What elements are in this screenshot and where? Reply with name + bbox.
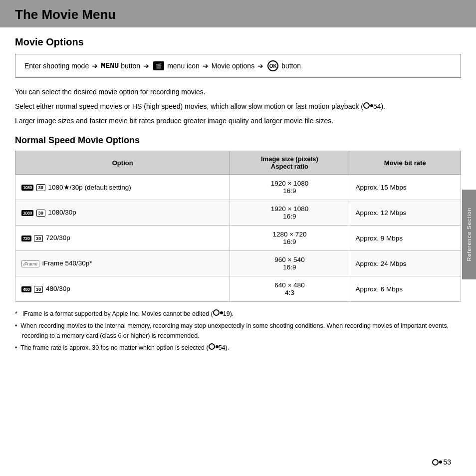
normal-speed-section: Normal Speed Movie Options Option Image … [15, 135, 461, 353]
col-header-option: Option [15, 151, 230, 175]
badge-30-2: 30 [36, 210, 45, 217]
nav-text-button-2: button [281, 62, 301, 70]
ok-button-icon: OK [267, 60, 278, 71]
page-title-bar: The Movie Menu [0, 0, 476, 27]
subsection-title: Normal Speed Movie Options [15, 135, 461, 146]
menu-button-label: MENU [101, 62, 119, 70]
option-cell-3: 720 30 720/30p [15, 226, 230, 251]
option-cell-1: 1080 30 1080★/30p (default setting) [15, 175, 230, 200]
ref-icon-54a [363, 102, 373, 109]
bitrate-cell-3: Approx. 9 Mbps [349, 226, 461, 251]
badge-720: 720 [21, 236, 31, 241]
imagesize-cell-5: 640 × 4804:3 [230, 276, 349, 302]
page-title: The Movie Menu [15, 7, 461, 22]
options-table: Option Image size (pixels)Aspect ratio M… [15, 151, 461, 302]
footnote-iframe: * iFrame is a format supported by Apple … [15, 309, 461, 319]
table-row: 720 30 720/30p 1280 × 72016:9 Approx. 9 … [15, 226, 461, 251]
col-header-image-size: Image size (pixels)Aspect ratio [230, 151, 349, 175]
option-cell-2: 1080 30 1080/30p [15, 200, 230, 226]
col-header-bitrate: Movie bit rate [349, 151, 461, 175]
bitrate-cell-5: Approx. 6 Mbps [349, 276, 461, 302]
footnotes-section: * iFrame is a format supported by Apple … [15, 309, 461, 353]
arrow-2: ➔ [143, 62, 149, 70]
table-row: iFrame iFrame 540/30p* 960 × 54016:9 App… [15, 251, 461, 276]
bitrate-cell-1: Approx. 15 Mbps [349, 175, 461, 200]
option-cell-5: 480 30 480/30p [15, 276, 230, 302]
bitrate-cell-4: Approx. 24 Mbps [349, 251, 461, 276]
side-tab-label: Reference Section [466, 208, 472, 261]
table-header-row: Option Image size (pixels)Aspect ratio M… [15, 151, 461, 175]
arrow-3: ➔ [203, 62, 209, 70]
table-row: 1080 30 1080/30p 1920 × 108016:9 Approx.… [15, 200, 461, 226]
arrow-4: ➔ [257, 62, 263, 70]
option-cell-4: iFrame iFrame 540/30p* [15, 251, 230, 276]
badge-30-1: 30 [36, 184, 45, 191]
nav-text-button: button [121, 62, 140, 70]
nav-text-menu-icon: menu icon [167, 62, 200, 70]
imagesize-cell-2: 1920 × 108016:9 [230, 200, 349, 226]
section-title-movie-options: Movie Options [15, 36, 461, 48]
nav-text-movie-options: Movie options [212, 62, 254, 70]
bitrate-cell-2: Approx. 12 Mbps [349, 200, 461, 226]
table-row: 480 30 480/30p 640 × 4804:3 Approx. 6 Mb… [15, 276, 461, 302]
page-number: 53 [443, 458, 451, 466]
imagesize-cell-4: 960 × 54016:9 [230, 251, 349, 276]
imagesize-cell-3: 1280 × 72016:9 [230, 226, 349, 251]
nav-text-enter: Enter shooting mode [24, 62, 89, 70]
badge-1080-1: 1080 [21, 185, 33, 191]
arrow-1: ➔ [92, 62, 98, 70]
badge-1080-2: 1080 [21, 210, 33, 216]
movie-options-section: Movie Options Enter shooting mode ➔ MENU… [15, 36, 461, 126]
main-content: Movie Options Enter shooting mode ➔ MENU… [0, 27, 476, 365]
ref-icon-54b [209, 343, 219, 350]
badge-iframe: iFrame [21, 260, 39, 267]
description-2: Select either normal speed movies or HS … [15, 101, 461, 112]
footnote-internal-memory: • When recording movies to the internal … [15, 321, 461, 341]
nav-instruction-box: Enter shooting mode ➔ MENU button ➔ 🎬 me… [15, 54, 461, 78]
page-num-icon [432, 459, 442, 466]
imagesize-cell-1: 1920 × 108016:9 [230, 175, 349, 200]
ref-icon-19 [213, 309, 223, 316]
description-3: Larger image sizes and faster movie bit … [15, 116, 461, 126]
table-row: 1080 30 1080★/30p (default setting) 1920… [15, 175, 461, 200]
badge-30-5: 30 [34, 286, 43, 293]
reference-section-tab: Reference Section [462, 190, 476, 279]
description-1: You can select the desired movie option … [15, 87, 461, 97]
badge-30-3: 30 [34, 235, 43, 242]
badge-480: 480 [21, 286, 31, 292]
footnote-frame-rate: • The frame rate is approx. 30 fps no ma… [15, 343, 461, 353]
movie-menu-icon: 🎬 [153, 61, 164, 70]
page-number-area: 53 [432, 458, 451, 466]
